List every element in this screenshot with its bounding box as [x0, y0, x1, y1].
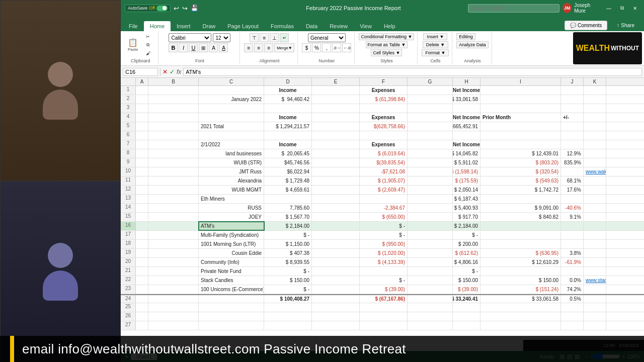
cell[interactable]	[584, 113, 606, 122]
cell[interactable]: $(39,835.54)	[360, 158, 408, 167]
cell[interactable]	[312, 195, 360, 203]
cell[interactable]	[312, 276, 360, 285]
cell[interactable]	[312, 204, 360, 212]
tab-formulas[interactable]: Formulas	[265, 21, 300, 31]
cell[interactable]	[408, 122, 453, 131]
cell[interactable]	[312, 222, 360, 230]
cell[interactable]	[408, 267, 453, 276]
cell[interactable]: land businesses	[199, 149, 264, 158]
cell[interactable]: Eth Miners	[199, 195, 264, 203]
cell[interactable]	[584, 140, 606, 149]
cell[interactable]	[561, 95, 584, 104]
cut-button[interactable]: ✂	[141, 33, 155, 40]
cell[interactable]: Community (Info)	[199, 258, 264, 266]
cell[interactable]	[312, 213, 360, 221]
cell[interactable]	[480, 321, 561, 330]
cell[interactable]: Stack Candles	[199, 276, 264, 285]
cell[interactable]	[408, 149, 453, 158]
cell[interactable]	[360, 104, 408, 113]
cell[interactable]: 74.2%	[561, 285, 584, 294]
cell[interactable]	[136, 113, 148, 122]
undo-icon[interactable]: ↩	[174, 5, 179, 12]
tab-help[interactable]: Help	[378, 21, 401, 31]
tab-home[interactable]: Home	[144, 21, 171, 31]
cell[interactable]	[312, 312, 360, 321]
cell[interactable]	[264, 312, 312, 321]
cell[interactable]	[148, 285, 199, 294]
cell[interactable]	[561, 195, 584, 203]
cell[interactable]	[148, 249, 199, 257]
cell[interactable]	[480, 140, 561, 149]
cell[interactable]: 835.9%	[561, 158, 584, 167]
cell[interactable]	[136, 195, 148, 203]
cell[interactable]: 68.1%	[561, 176, 584, 185]
cell[interactable]	[136, 312, 148, 321]
cell[interactable]: Net Income	[453, 140, 480, 149]
cell[interactable]	[312, 131, 360, 140]
cell[interactable]: JMT Russ	[199, 167, 264, 176]
cell[interactable]	[136, 140, 148, 149]
cell[interactable]: Prior Month	[480, 113, 561, 122]
cell[interactable]	[136, 122, 148, 131]
merge-cells-button[interactable]: Merge▼	[274, 43, 294, 52]
cell[interactable]: 7,785.60	[264, 204, 312, 212]
cell[interactable]	[148, 158, 199, 167]
cell[interactable]	[199, 295, 264, 303]
cell[interactable]	[148, 140, 199, 149]
format-button[interactable]: Format ▼	[422, 49, 449, 56]
cell[interactable]	[312, 240, 360, 248]
cell[interactable]: $ 14,045.82	[453, 149, 480, 158]
font-family-select[interactable]: Calibri	[169, 33, 211, 42]
cell-link[interactable]: www.stackcandles.com	[584, 276, 606, 285]
format-painter-button[interactable]: 🖌	[141, 50, 155, 57]
cell[interactable]	[136, 295, 148, 303]
cell[interactable]	[584, 122, 606, 131]
cell[interactable]	[408, 285, 453, 294]
cell[interactable]	[408, 167, 453, 176]
cell[interactable]	[312, 303, 360, 312]
cell[interactable]	[584, 186, 606, 194]
cell[interactable]	[136, 131, 148, 140]
cell[interactable]	[136, 149, 148, 158]
cell[interactable]	[312, 231, 360, 239]
cell[interactable]: $ (39.00)	[453, 285, 480, 294]
cell[interactable]	[408, 222, 453, 230]
cell[interactable]: $ 2,050.14	[453, 186, 480, 194]
cell[interactable]: $ 5,400.93	[453, 204, 480, 212]
cell[interactable]: Expenses	[360, 86, 408, 95]
col-header-F[interactable]: F	[360, 78, 408, 85]
cell[interactable]: 3.8%	[561, 249, 584, 257]
cell[interactable]	[584, 104, 606, 113]
cell[interactable]	[148, 258, 199, 266]
tab-view[interactable]: View	[354, 21, 378, 31]
font-color-button[interactable]: A	[219, 43, 228, 52]
cell[interactable]	[561, 86, 584, 95]
cell[interactable]: $ (1,598.14)	[453, 167, 480, 176]
cell[interactable]	[360, 131, 408, 140]
cell[interactable]: $ 2,184.00	[264, 222, 312, 230]
close-icon[interactable]: ✕	[630, 5, 640, 12]
cell[interactable]	[561, 122, 584, 131]
bold-button[interactable]: B	[169, 43, 178, 52]
cell[interactable]	[148, 312, 199, 321]
align-left-button[interactable]: ≡	[244, 43, 253, 52]
cell[interactable]	[264, 104, 312, 113]
cell[interactable]: $ 4,659.61	[264, 186, 312, 194]
cell[interactable]: $ (549.63)	[480, 176, 561, 185]
cell[interactable]	[584, 222, 606, 230]
cell[interactable]	[584, 176, 606, 185]
cell-styles-button[interactable]: Cell Styles ▼	[371, 49, 402, 56]
cell[interactable]	[584, 204, 606, 212]
tab-review[interactable]: Review	[324, 21, 354, 31]
cell[interactable]	[312, 95, 360, 104]
cell[interactable]	[480, 303, 561, 312]
col-header-A[interactable]: A	[136, 78, 148, 85]
fill-color-button[interactable]: A	[209, 43, 218, 52]
cell[interactable]: 0.0%	[561, 276, 584, 285]
tab-draw[interactable]: Draw	[197, 21, 222, 31]
col-header-K[interactable]: K	[584, 78, 606, 85]
cell[interactable]	[453, 104, 480, 113]
col-header-J[interactable]: J	[561, 78, 584, 85]
cell[interactable]	[136, 158, 148, 167]
cell[interactable]	[584, 285, 606, 294]
